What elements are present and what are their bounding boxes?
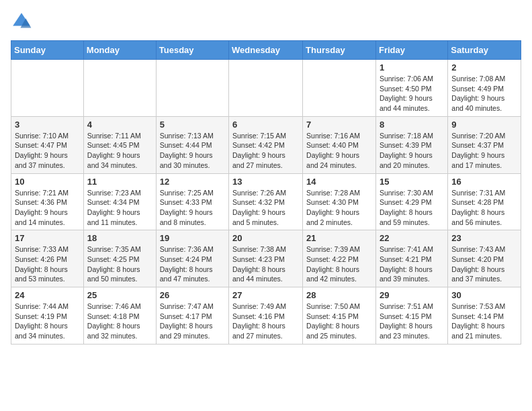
calendar: SundayMondayTuesdayWednesdayThursdayFrid… (11, 40, 521, 345)
day-cell: 30Sunrise: 7:53 AM Sunset: 4:14 PM Dayli… (448, 287, 521, 345)
day-cell: 26Sunrise: 7:47 AM Sunset: 4:17 PM Dayli… (156, 287, 228, 345)
day-cell: 11Sunrise: 7:23 AM Sunset: 4:34 PM Dayli… (83, 173, 156, 230)
day-cell: 19Sunrise: 7:36 AM Sunset: 4:24 PM Dayli… (156, 230, 228, 287)
day-number: 10 (15, 177, 80, 187)
dow-header-friday: Friday (375, 41, 447, 60)
dow-header-monday: Monday (83, 41, 156, 60)
dow-header-sunday: Sunday (11, 41, 84, 60)
day-number: 29 (380, 290, 444, 300)
day-cell: 2Sunrise: 7:08 AM Sunset: 4:49 PM Daylig… (448, 60, 521, 117)
day-number: 6 (232, 120, 299, 130)
day-cell: 1Sunrise: 7:06 AM Sunset: 4:50 PM Daylig… (375, 60, 447, 117)
day-info: Sunrise: 7:38 AM Sunset: 4:23 PM Dayligh… (232, 244, 299, 284)
day-cell (83, 60, 156, 117)
day-number: 15 (380, 177, 444, 187)
header (11, 11, 521, 32)
day-cell: 10Sunrise: 7:21 AM Sunset: 4:36 PM Dayli… (11, 173, 84, 230)
day-number: 28 (306, 290, 372, 300)
day-cell: 22Sunrise: 7:41 AM Sunset: 4:21 PM Dayli… (375, 230, 447, 287)
day-number: 9 (451, 120, 517, 130)
day-number: 11 (87, 177, 152, 187)
day-info: Sunrise: 7:23 AM Sunset: 4:34 PM Dayligh… (87, 188, 152, 228)
day-info: Sunrise: 7:08 AM Sunset: 4:49 PM Dayligh… (451, 74, 517, 113)
day-info: Sunrise: 7:51 AM Sunset: 4:15 PM Dayligh… (380, 302, 444, 341)
day-info: Sunrise: 7:26 AM Sunset: 4:32 PM Dayligh… (232, 188, 299, 228)
day-number: 5 (160, 120, 225, 130)
day-info: Sunrise: 7:10 AM Sunset: 4:47 PM Dayligh… (15, 131, 80, 171)
day-info: Sunrise: 7:28 AM Sunset: 4:30 PM Dayligh… (306, 188, 372, 228)
day-cell: 28Sunrise: 7:50 AM Sunset: 4:15 PM Dayli… (303, 287, 376, 345)
week-row-5: 24Sunrise: 7:44 AM Sunset: 4:19 PM Dayli… (11, 287, 521, 345)
day-cell: 15Sunrise: 7:30 AM Sunset: 4:29 PM Dayli… (375, 173, 447, 230)
day-number: 3 (15, 120, 80, 130)
day-cell: 9Sunrise: 7:20 AM Sunset: 4:37 PM Daylig… (448, 116, 521, 173)
day-number: 14 (306, 177, 372, 187)
day-cell (229, 60, 303, 117)
dow-header-saturday: Saturday (448, 41, 521, 60)
day-cell: 14Sunrise: 7:28 AM Sunset: 4:30 PM Dayli… (303, 173, 376, 230)
day-number: 30 (451, 290, 517, 300)
day-cell: 12Sunrise: 7:25 AM Sunset: 4:33 PM Dayli… (156, 173, 228, 230)
day-cell: 13Sunrise: 7:26 AM Sunset: 4:32 PM Dayli… (229, 173, 303, 230)
day-info: Sunrise: 7:16 AM Sunset: 4:40 PM Dayligh… (306, 131, 372, 171)
day-cell: 6Sunrise: 7:15 AM Sunset: 4:42 PM Daylig… (229, 116, 303, 173)
day-cell (156, 60, 228, 117)
day-number: 25 (87, 290, 152, 300)
day-cell: 5Sunrise: 7:13 AM Sunset: 4:44 PM Daylig… (156, 116, 228, 173)
day-number: 27 (232, 290, 299, 300)
week-row-1: 1Sunrise: 7:06 AM Sunset: 4:50 PM Daylig… (11, 60, 521, 117)
day-number: 12 (160, 177, 225, 187)
days-of-week-row: SundayMondayTuesdayWednesdayThursdayFrid… (11, 41, 521, 60)
day-info: Sunrise: 7:31 AM Sunset: 4:28 PM Dayligh… (451, 188, 517, 228)
day-info: Sunrise: 7:46 AM Sunset: 4:18 PM Dayligh… (87, 302, 152, 341)
day-cell: 24Sunrise: 7:44 AM Sunset: 4:19 PM Dayli… (11, 287, 84, 345)
day-number: 21 (306, 233, 372, 243)
day-info: Sunrise: 7:18 AM Sunset: 4:39 PM Dayligh… (380, 131, 444, 171)
day-cell: 4Sunrise: 7:11 AM Sunset: 4:45 PM Daylig… (83, 116, 156, 173)
logo (11, 11, 35, 32)
day-info: Sunrise: 7:33 AM Sunset: 4:26 PM Dayligh… (15, 244, 80, 284)
week-row-3: 10Sunrise: 7:21 AM Sunset: 4:36 PM Dayli… (11, 173, 521, 230)
day-cell: 20Sunrise: 7:38 AM Sunset: 4:23 PM Dayli… (229, 230, 303, 287)
day-number: 1 (380, 62, 444, 73)
day-cell: 25Sunrise: 7:46 AM Sunset: 4:18 PM Dayli… (83, 287, 156, 345)
day-info: Sunrise: 7:21 AM Sunset: 4:36 PM Dayligh… (15, 188, 80, 228)
day-info: Sunrise: 7:47 AM Sunset: 4:17 PM Dayligh… (160, 302, 225, 341)
dow-header-wednesday: Wednesday (229, 41, 303, 60)
day-cell: 3Sunrise: 7:10 AM Sunset: 4:47 PM Daylig… (11, 116, 84, 173)
day-number: 20 (232, 233, 299, 243)
calendar-body: 1Sunrise: 7:06 AM Sunset: 4:50 PM Daylig… (11, 60, 521, 345)
day-number: 2 (451, 62, 517, 73)
day-info: Sunrise: 7:15 AM Sunset: 4:42 PM Dayligh… (232, 131, 299, 171)
day-cell: 18Sunrise: 7:35 AM Sunset: 4:25 PM Dayli… (83, 230, 156, 287)
day-number: 23 (451, 233, 517, 243)
day-info: Sunrise: 7:13 AM Sunset: 4:44 PM Dayligh… (160, 131, 225, 171)
day-number: 17 (15, 233, 80, 243)
day-info: Sunrise: 7:25 AM Sunset: 4:33 PM Dayligh… (160, 188, 225, 228)
dow-header-tuesday: Tuesday (156, 41, 228, 60)
dow-header-thursday: Thursday (303, 41, 376, 60)
day-info: Sunrise: 7:20 AM Sunset: 4:37 PM Dayligh… (451, 131, 517, 171)
day-number: 22 (380, 233, 444, 243)
day-cell: 8Sunrise: 7:18 AM Sunset: 4:39 PM Daylig… (375, 116, 447, 173)
day-cell: 21Sunrise: 7:39 AM Sunset: 4:22 PM Dayli… (303, 230, 376, 287)
day-cell (11, 60, 84, 117)
day-cell: 29Sunrise: 7:51 AM Sunset: 4:15 PM Dayli… (375, 287, 447, 345)
day-number: 24 (15, 290, 80, 300)
day-info: Sunrise: 7:50 AM Sunset: 4:15 PM Dayligh… (306, 302, 372, 341)
day-cell: 16Sunrise: 7:31 AM Sunset: 4:28 PM Dayli… (448, 173, 521, 230)
day-info: Sunrise: 7:06 AM Sunset: 4:50 PM Dayligh… (380, 74, 444, 113)
day-info: Sunrise: 7:44 AM Sunset: 4:19 PM Dayligh… (15, 302, 80, 341)
day-info: Sunrise: 7:41 AM Sunset: 4:21 PM Dayligh… (380, 244, 444, 284)
day-info: Sunrise: 7:35 AM Sunset: 4:25 PM Dayligh… (87, 244, 152, 284)
day-info: Sunrise: 7:39 AM Sunset: 4:22 PM Dayligh… (306, 244, 372, 284)
day-number: 18 (87, 233, 152, 243)
day-cell: 27Sunrise: 7:49 AM Sunset: 4:16 PM Dayli… (229, 287, 303, 345)
day-number: 26 (160, 290, 225, 300)
day-info: Sunrise: 7:11 AM Sunset: 4:45 PM Dayligh… (87, 131, 152, 171)
day-cell: 17Sunrise: 7:33 AM Sunset: 4:26 PM Dayli… (11, 230, 84, 287)
logo-icon (11, 11, 32, 32)
day-cell: 23Sunrise: 7:43 AM Sunset: 4:20 PM Dayli… (448, 230, 521, 287)
day-info: Sunrise: 7:53 AM Sunset: 4:14 PM Dayligh… (451, 302, 517, 341)
day-cell: 7Sunrise: 7:16 AM Sunset: 4:40 PM Daylig… (303, 116, 376, 173)
